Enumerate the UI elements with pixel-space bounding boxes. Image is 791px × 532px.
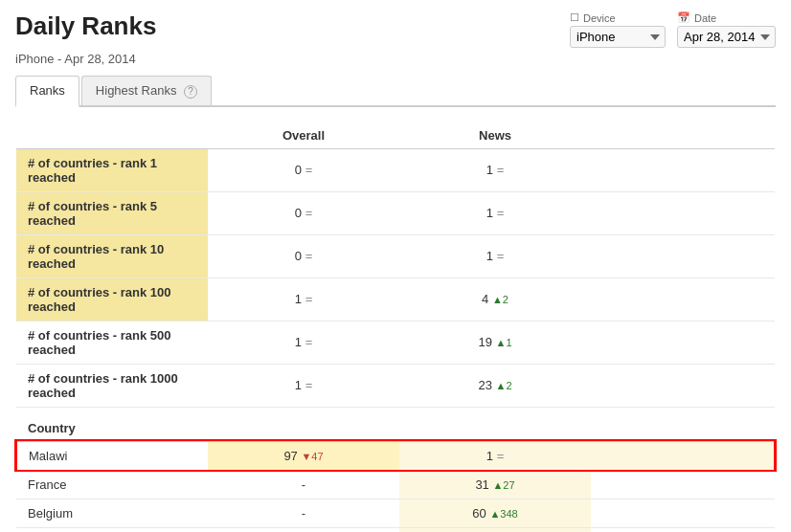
overall-value: 0 = xyxy=(208,148,399,191)
news-value: 1 = xyxy=(399,148,591,191)
section-header-row: Country xyxy=(16,407,775,441)
equal-sign: = xyxy=(497,249,505,263)
overall-value: - xyxy=(208,499,399,527)
date-label: 📅 Date xyxy=(677,11,776,24)
tab-ranks[interactable]: Ranks xyxy=(15,76,79,107)
table-row: # of countries - rank 1 reached 0 = 1 = xyxy=(16,148,775,191)
arrow-up-icon: ▲348 xyxy=(489,508,517,520)
row-label: # of countries - rank 10 reached xyxy=(16,234,208,277)
date-filter-group: 📅 Date Apr 28, 2014 Apr 27, 2014 Apr 26,… xyxy=(677,11,776,48)
tab-highest-ranks[interactable]: Highest Ranks ? xyxy=(81,76,212,105)
equal-sign: = xyxy=(305,249,313,263)
extra-cell xyxy=(591,441,775,470)
equal-sign: = xyxy=(497,449,505,463)
equal-sign: = xyxy=(497,206,505,220)
table-row: # of countries - rank 10 reached 0 = 1 = xyxy=(16,234,775,277)
row-label: # of countries - rank 5 reached xyxy=(16,191,208,234)
tab-bar: Ranks Highest Ranks ? xyxy=(15,76,776,107)
date-select[interactable]: Apr 28, 2014 Apr 27, 2014 Apr 26, 2014 xyxy=(677,26,776,48)
extra-cell xyxy=(591,364,775,407)
extra-cell xyxy=(591,148,775,191)
overall-value: 97 ▼47 xyxy=(208,441,399,470)
news-value: 23 ▲2 xyxy=(399,364,591,407)
checkbox-icon: ☐ xyxy=(570,11,579,24)
news-value: 4 ▲2 xyxy=(399,277,591,321)
extra-cell xyxy=(591,499,775,527)
filter-controls: ☐ Device iPhone iPad Android 📅 Date Apr … xyxy=(570,11,776,48)
news-value: 19 ▲1 xyxy=(399,321,591,364)
device-filter-group: ☐ Device iPhone iPad Android xyxy=(570,11,666,48)
extra-cell xyxy=(591,470,775,499)
country-row-algeria: Algeria - 77 ▲187 xyxy=(16,527,775,532)
equal-sign: = xyxy=(305,378,313,392)
row-label: # of countries - rank 1000 reached xyxy=(16,364,208,407)
overall-value: - xyxy=(208,527,399,532)
country-name: Belgium xyxy=(16,499,208,527)
page-subtitle: iPhone - Apr 28, 2014 xyxy=(15,52,776,66)
country-row-france: France - 31 ▲27 xyxy=(16,470,775,499)
section-header-label: Country xyxy=(16,407,775,441)
news-value: 1 = xyxy=(399,441,591,470)
overall-value: 1 = xyxy=(208,277,399,321)
ranks-table: Overall News # of countries - rank 1 rea… xyxy=(15,122,776,532)
col-header-extra xyxy=(591,122,775,149)
arrow-up-icon: ▲1 xyxy=(496,337,512,348)
news-value: 1 = xyxy=(399,234,591,277)
country-row-malawi: Malawi 97 ▼47 1 = xyxy=(16,441,775,470)
overall-value: - xyxy=(208,470,399,499)
col-header-label xyxy=(16,122,208,149)
row-label: # of countries - rank 500 reached xyxy=(16,321,208,364)
overall-value: 1 = xyxy=(208,364,399,407)
row-label: # of countries - rank 100 reached xyxy=(16,277,208,321)
news-value: 77 ▲187 xyxy=(399,527,591,532)
country-row-belgium: Belgium - 60 ▲348 xyxy=(16,499,775,527)
page-title: Daily Ranks xyxy=(15,11,156,41)
country-name: Algeria xyxy=(16,527,208,532)
news-value: 31 ▲27 xyxy=(399,470,591,499)
table-header-row: Overall News xyxy=(16,122,775,149)
country-name: France xyxy=(16,470,208,499)
arrow-up-icon: ▲27 xyxy=(492,479,514,491)
extra-cell xyxy=(591,234,775,277)
table-row: # of countries - rank 1000 reached 1 = 2… xyxy=(16,364,775,407)
calendar-icon: 📅 xyxy=(677,11,690,24)
col-header-overall: Overall xyxy=(208,122,399,149)
arrow-up-icon: ▲2 xyxy=(496,380,512,391)
table-row: # of countries - rank 100 reached 1 = 4 … xyxy=(16,277,775,321)
equal-sign: = xyxy=(305,335,313,349)
arrow-down-icon: ▼47 xyxy=(301,451,323,462)
help-icon[interactable]: ? xyxy=(184,85,197,99)
row-label: # of countries - rank 1 reached xyxy=(16,148,208,191)
overall-value: 1 = xyxy=(208,321,399,364)
news-value: 1 = xyxy=(399,191,591,234)
extra-cell xyxy=(591,527,775,532)
country-name: Malawi xyxy=(16,441,208,470)
equal-sign: = xyxy=(305,163,313,177)
equal-sign: = xyxy=(305,206,313,220)
col-header-news: News xyxy=(399,122,591,149)
equal-sign: = xyxy=(305,292,313,306)
extra-cell xyxy=(591,191,775,234)
arrow-up-icon: ▲2 xyxy=(492,294,508,305)
overall-value: 0 = xyxy=(208,191,399,234)
overall-value: 0 = xyxy=(208,234,399,277)
table-row: # of countries - rank 500 reached 1 = 19… xyxy=(16,321,775,364)
table-row: # of countries - rank 5 reached 0 = 1 = xyxy=(16,191,775,234)
page-header: Daily Ranks ☐ Device iPhone iPad Android… xyxy=(15,11,776,48)
device-label: ☐ Device xyxy=(570,11,666,24)
extra-cell xyxy=(591,321,775,364)
news-value: 60 ▲348 xyxy=(399,499,591,527)
equal-sign: = xyxy=(497,163,505,177)
device-select[interactable]: iPhone iPad Android xyxy=(570,26,666,48)
extra-cell xyxy=(591,277,775,321)
